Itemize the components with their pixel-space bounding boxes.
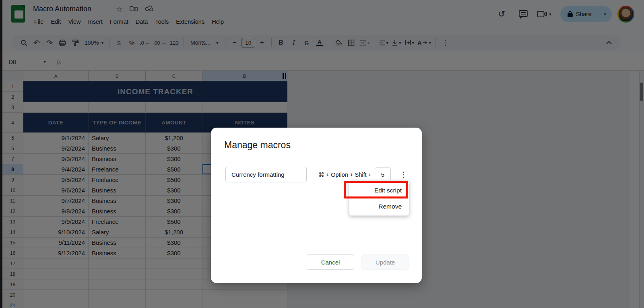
macro-name-input[interactable]	[225, 167, 307, 182]
menu-item-edit-script[interactable]: Edit script	[349, 182, 409, 198]
cancel-button[interactable]: Cancel	[307, 254, 354, 270]
manage-macros-dialog: Manage macros ⌘ + Option + Shift + 5 ⋮ E…	[211, 128, 422, 283]
macro-options-kebab-icon[interactable]: ⋮	[398, 170, 409, 179]
shortcut-label: ⌘ + Option + Shift +	[318, 172, 372, 178]
dialog-title: Manage macros	[224, 140, 291, 151]
update-button[interactable]: Update	[361, 254, 409, 270]
menu-item-remove[interactable]: Remove	[349, 198, 409, 215]
macro-options-menu: Edit script Remove	[349, 180, 409, 216]
shortcut-key-input[interactable]: 5	[375, 167, 391, 182]
